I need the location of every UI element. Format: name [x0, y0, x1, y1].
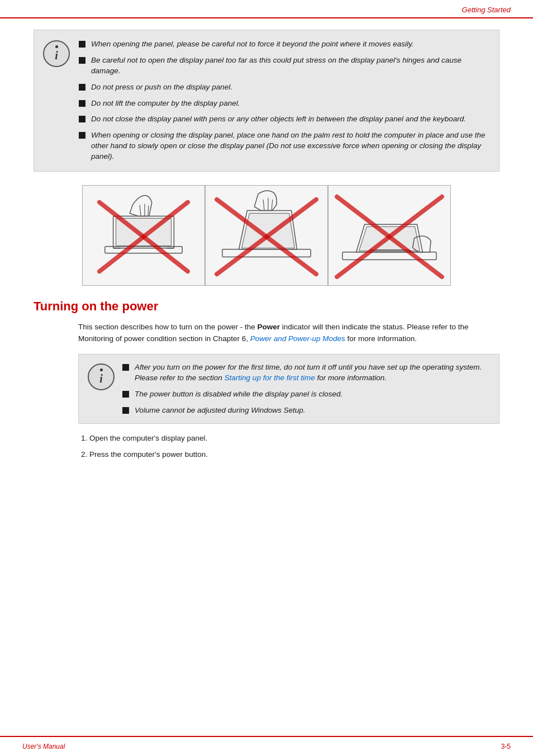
- list-item-text: Do not press or push on the display pane…: [91, 82, 232, 93]
- list-item-text: The power button is disabled while the d…: [135, 389, 342, 400]
- bullet-square: [79, 116, 85, 122]
- step-2: Press the computer's power button.: [89, 449, 499, 461]
- list-item: Volume cannot be adjusted during Windows…: [122, 405, 490, 416]
- header-title: Getting Started: [462, 6, 511, 14]
- body-intro: This section describes how to turn on th…: [78, 323, 257, 331]
- svg-line-7: [148, 206, 149, 216]
- image-lift-laptop: [82, 185, 205, 286]
- laptop-push-svg: [206, 186, 327, 285]
- list-item: Do not close the display panel with pens…: [79, 114, 490, 125]
- image-push-screen: [205, 185, 328, 286]
- info-list-power: After you turn on the power for the firs…: [122, 362, 490, 416]
- bullet-square: [79, 57, 85, 64]
- body-end: for more information.: [345, 334, 417, 343]
- info-list-top: When opening the panel, please be carefu…: [79, 39, 490, 162]
- startup-link[interactable]: Starting up for the first time: [225, 374, 315, 382]
- laptop-lift-svg: [83, 186, 204, 285]
- list-item-text: When opening the panel, please be carefu…: [91, 39, 414, 50]
- icon-dot: [100, 368, 103, 371]
- page-footer: User's Manual 3-5: [0, 736, 533, 756]
- bullet-square: [122, 407, 129, 414]
- icon-i-letter: i: [99, 372, 103, 385]
- svg-rect-10: [222, 249, 311, 257]
- footer-left: User's Manual: [22, 743, 65, 750]
- image-pen-panel: [328, 185, 451, 286]
- info-icon-top: i: [43, 40, 70, 67]
- body-bold: Power: [257, 323, 280, 331]
- icon-i-letter: i: [55, 49, 58, 62]
- list-item-text: Do not close the display panel with pens…: [91, 114, 466, 125]
- info-box-power: i After you turn on the power for the fi…: [78, 354, 499, 424]
- content-area: i When opening the panel, please be care…: [0, 18, 533, 476]
- list-item-text: After you turn on the power for the firs…: [135, 362, 490, 384]
- list-item-text: Do not lift the computer by the display …: [91, 98, 240, 109]
- list-item: The power button is disabled while the d…: [122, 389, 490, 400]
- svg-rect-16: [342, 252, 436, 260]
- page-container: Getting Started i When opening the panel…: [0, 0, 533, 756]
- footer-right: 3-5: [501, 743, 511, 750]
- svg-rect-17: [370, 250, 408, 253]
- list-item: After you turn on the power for the firs…: [122, 362, 490, 384]
- svg-line-5: [140, 205, 141, 216]
- bullet-square: [79, 100, 85, 107]
- power-modes-link[interactable]: Power and Power-up Modes: [250, 334, 345, 343]
- bullet-square: [79, 132, 85, 139]
- numbered-steps: Open the computer's display panel. Press…: [34, 433, 499, 461]
- images-section: [34, 185, 499, 286]
- list-item-text: Be careful not to open the display panel…: [91, 55, 490, 77]
- bullet-square: [122, 391, 129, 398]
- svg-line-13: [272, 200, 273, 211]
- info-box-top: i When opening the panel, please be care…: [34, 30, 499, 172]
- bullet-square: [122, 364, 129, 371]
- list-item: When opening or closing the display pane…: [79, 130, 490, 162]
- laptop-pen-svg: [329, 186, 450, 285]
- list-item: Be careful not to open the display panel…: [79, 55, 490, 77]
- info-icon-power: i: [88, 363, 115, 390]
- bullet-square: [79, 84, 85, 91]
- svg-rect-0: [105, 247, 182, 253]
- page-header: Getting Started: [0, 0, 533, 18]
- list-item: Do not press or push on the display pane…: [79, 82, 490, 93]
- list-item-text: Volume cannot be adjusted during Windows…: [135, 405, 306, 416]
- icon-dot: [55, 45, 58, 48]
- section-body-text: This section describes how to turn on th…: [34, 322, 499, 345]
- svg-line-11: [263, 200, 264, 211]
- step-1-text: Open the computer's display panel.: [89, 434, 207, 442]
- section-heading: Turning on the power: [34, 299, 499, 314]
- list-item-text: When opening or closing the display pane…: [91, 130, 490, 162]
- list-item: Do not lift the computer by the display …: [79, 98, 490, 109]
- step-1: Open the computer's display panel.: [89, 433, 499, 445]
- step-2-text: Press the computer's power button.: [89, 450, 208, 459]
- bullet-square: [79, 41, 85, 48]
- list-item: When opening the panel, please be carefu…: [79, 39, 490, 50]
